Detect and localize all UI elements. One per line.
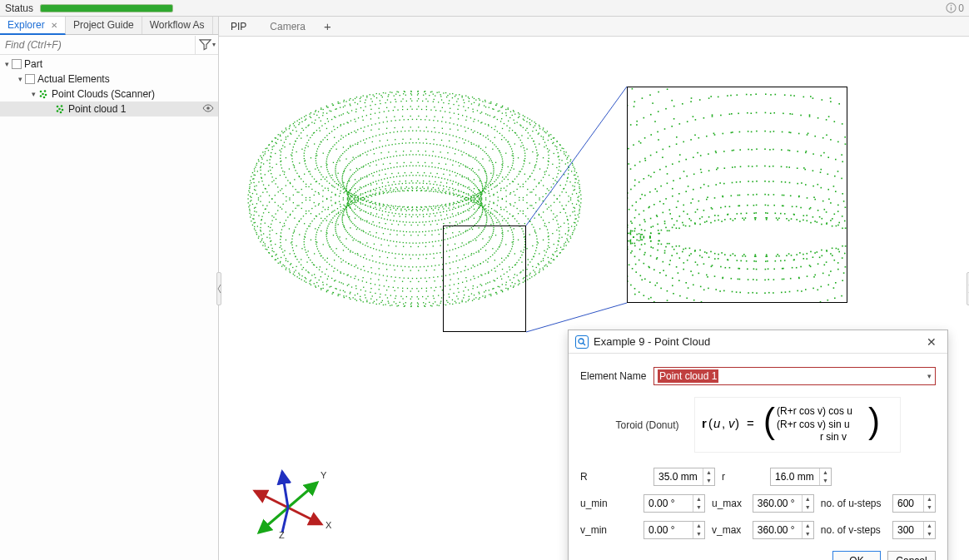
svg-rect-1550	[255, 222, 256, 223]
param-R-input[interactable]: ▲▼	[653, 468, 715, 486]
svg-rect-403	[534, 275, 535, 276]
svg-rect-2070	[284, 146, 285, 147]
svg-rect-1916	[266, 148, 266, 149]
zoom-rectangle[interactable]	[443, 225, 526, 332]
svg-rect-6254	[727, 95, 728, 97]
step-down-icon[interactable]: ▼	[803, 503, 813, 512]
close-icon[interactable]: ✕	[51, 21, 57, 30]
example-dialog[interactable]: Example 9 - Point Cloud ✕ Element Name P…	[568, 330, 948, 560]
viewport-3d[interactable]: X Y Z Example 9 - Point Cloud ✕ Element …	[219, 37, 969, 560]
step-up-icon[interactable]: ▲	[820, 468, 831, 477]
tree-actual-elements[interactable]: ▾ Actual Elements	[0, 72, 218, 87]
step-up-icon[interactable]: ▲	[693, 522, 704, 530]
find-input[interactable]	[0, 37, 195, 52]
chevron-down-icon[interactable]: ▾	[2, 59, 12, 69]
svg-rect-1704	[253, 222, 254, 223]
svg-rect-2968	[460, 184, 461, 185]
step-down-icon[interactable]: ▼	[924, 503, 935, 512]
svg-rect-1360	[337, 270, 338, 270]
step-up-icon[interactable]: ▲	[803, 522, 813, 530]
add-tab-button[interactable]: +	[317, 17, 338, 35]
svg-rect-2096	[290, 143, 291, 144]
tab-camera[interactable]: Camera	[258, 18, 317, 35]
svg-rect-4414	[753, 260, 755, 262]
svg-rect-3125	[476, 201, 477, 201]
step-down-icon[interactable]: ▼	[693, 530, 704, 538]
chevron-down-icon[interactable]: ▾	[927, 372, 932, 380]
dialog-close-button[interactable]: ✕	[922, 335, 941, 349]
svg-rect-4746	[686, 298, 688, 300]
svg-rect-1931	[332, 217, 333, 218]
filter-button[interactable]: ▾	[195, 36, 218, 54]
svg-rect-2672	[445, 92, 446, 93]
svg-rect-3074	[478, 204, 479, 205]
svg-rect-2811	[444, 169, 445, 170]
step-down-icon[interactable]: ▼	[924, 530, 935, 538]
svg-rect-1721	[342, 219, 343, 220]
svg-rect-3276	[491, 161, 492, 161]
svg-rect-1832	[272, 221, 273, 221]
svg-rect-1177	[368, 271, 369, 272]
axis-gizmo[interactable]: X Y Z	[242, 453, 334, 545]
dialog-titlebar[interactable]: Example 9 - Point Cloud ✕	[569, 330, 947, 354]
svg-rect-1271	[339, 196, 340, 196]
svg-rect-6584	[807, 197, 808, 199]
step-up-icon[interactable]: ▲	[803, 495, 813, 503]
svg-rect-3174	[476, 174, 477, 175]
ok-button[interactable]: OK	[832, 551, 881, 560]
step-up-icon[interactable]: ▲	[703, 468, 714, 477]
step-down-icon[interactable]: ▼	[703, 477, 714, 485]
step-down-icon[interactable]: ▼	[820, 477, 831, 485]
tree-point-cloud-1[interactable]: Point cloud 1	[0, 102, 218, 116]
svg-rect-2044	[280, 150, 281, 151]
param-vmin-input[interactable]: ▲▼	[644, 521, 705, 539]
svg-rect-2465	[391, 92, 392, 93]
svg-rect-3192	[549, 136, 549, 136]
svg-rect-2602	[419, 154, 420, 155]
tree-point-clouds[interactable]: ▾ Point Clouds (Scanner)	[0, 87, 218, 102]
element-name-field[interactable]: Point cloud 1 ▾	[653, 367, 936, 385]
svg-rect-46	[559, 166, 559, 167]
svg-rect-6263	[724, 219, 726, 221]
tree-root[interactable]: ▾ Part	[0, 57, 218, 72]
pip-panel[interactable]	[627, 87, 847, 303]
svg-rect-6559	[841, 154, 842, 156]
svg-rect-4382	[765, 260, 767, 262]
step-down-icon[interactable]: ▼	[803, 530, 813, 538]
svg-rect-6122	[664, 223, 666, 225]
svg-rect-89	[548, 245, 549, 246]
status-info[interactable]: 0	[946, 2, 964, 14]
svg-rect-3161	[560, 171, 561, 171]
svg-rect-803	[427, 210, 428, 211]
tree[interactable]: ▾ Part ▾ Actual Elements ▾ Point Clouds …	[0, 55, 218, 560]
svg-rect-2174	[306, 135, 307, 136]
cancel-button[interactable]: Cancel	[887, 551, 936, 560]
svg-rect-2309	[355, 98, 355, 99]
step-up-icon[interactable]: ▲	[924, 495, 935, 503]
svg-rect-6586	[812, 216, 814, 218]
tab-explorer[interactable]: Explorer ✕	[0, 17, 66, 35]
visibility-icon[interactable]	[201, 103, 215, 115]
svg-rect-1063	[375, 207, 375, 208]
tab-project-guide[interactable]: Project Guide	[66, 17, 142, 34]
param-r-input[interactable]: ▲▼	[770, 468, 832, 486]
svg-rect-4448	[738, 279, 739, 280]
chevron-down-icon[interactable]: ▾	[15, 74, 25, 84]
param-vsteps-input[interactable]: ▲▼	[892, 521, 936, 539]
tab-pip[interactable]: PIP	[219, 18, 258, 35]
svg-rect-2668	[450, 117, 451, 118]
splitter-left[interactable]	[216, 272, 221, 305]
param-umax-input[interactable]: ▲▼	[753, 494, 814, 513]
svg-rect-1458	[354, 204, 355, 205]
step-up-icon[interactable]: ▲	[693, 495, 704, 503]
svg-rect-2800	[485, 107, 486, 107]
svg-rect-3010	[523, 115, 524, 116]
param-umin-input[interactable]: ▲▼	[644, 494, 705, 513]
param-usteps-input[interactable]: ▲▼	[892, 494, 936, 513]
step-down-icon[interactable]: ▼	[693, 503, 704, 512]
chevron-down-icon[interactable]: ▾	[28, 89, 38, 99]
step-up-icon[interactable]: ▲	[924, 522, 935, 530]
tab-workflow[interactable]: Workflow As	[142, 17, 213, 34]
svg-rect-1532	[321, 174, 321, 175]
param-vmax-input[interactable]: ▲▼	[753, 521, 814, 539]
